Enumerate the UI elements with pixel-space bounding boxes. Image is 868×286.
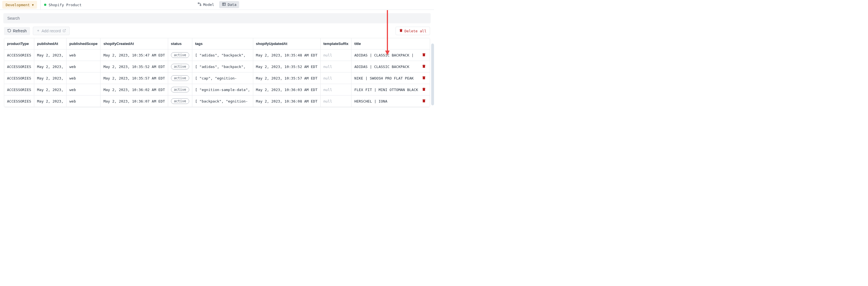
cell-title[interactable]: FLEX FIT | MINI OTTOMAN BLACK: [351, 84, 421, 95]
status-pill: active: [171, 98, 189, 104]
tree-icon: [198, 2, 202, 7]
scrollbar[interactable]: [431, 44, 434, 105]
cell-shopifyCreatedAt[interactable]: May 2, 2023, 10:36:02 AM EDT: [100, 84, 168, 95]
cell-publishedAt[interactable]: May 2, 2023,: [34, 84, 66, 95]
cell-productType[interactable]: ACCESSORIES: [4, 50, 34, 61]
cell-status[interactable]: active: [168, 50, 192, 61]
cell-tags[interactable]: [ "egnition-sample-data",: [192, 84, 253, 95]
svg-rect-20: [423, 88, 425, 91]
table-row[interactable]: ACCESSORIESMay 2, 2023,webMay 2, 2023, 1…: [4, 95, 430, 107]
toolbar: Refresh Add record Delete all: [0, 26, 434, 38]
svg-rect-24: [423, 99, 426, 100]
cell-title[interactable]: ADIDAS | CLASSIC BACKPACK |: [351, 50, 421, 61]
cell-shopifyCreatedAt[interactable]: May 2, 2023, 10:36:07 AM EDT: [100, 95, 168, 107]
cell-shopifyUpdatedAt[interactable]: May 2, 2023, 10:35:52 AM EDT: [253, 61, 320, 73]
table-row[interactable]: ACCESSORIESMay 2, 2023,webMay 2, 2023, 1…: [4, 84, 430, 95]
col-header-shopifyUpdatedAt[interactable]: shopifyUpdatedAt: [253, 38, 320, 50]
cell-status[interactable]: active: [168, 61, 192, 73]
cell-shopifyUpdatedAt[interactable]: May 2, 2023, 10:36:03 AM EDT: [253, 84, 320, 95]
table-row[interactable]: ACCESSORIESMay 2, 2023,webMay 2, 2023, 1…: [4, 50, 430, 61]
col-header-shopifyCreatedAt[interactable]: shopifyCreatedAt: [100, 38, 168, 50]
status-dot-icon: [44, 4, 46, 6]
trash-icon: [399, 29, 403, 33]
table-row[interactable]: ACCESSORIESMay 2, 2023,webMay 2, 2023, 1…: [4, 73, 430, 84]
svg-rect-23: [423, 100, 425, 102]
cell-status[interactable]: active: [168, 95, 192, 107]
cell-publishedScope[interactable]: web: [66, 61, 100, 73]
cell-productType[interactable]: ACCESSORIES: [4, 84, 34, 95]
cell-shopifyCreatedAt[interactable]: May 2, 2023, 10:35:47 AM EDT: [100, 50, 168, 61]
table-scroll-area[interactable]: productType publishedAt publishedScope s…: [4, 38, 430, 107]
cell-publishedScope[interactable]: web: [66, 50, 100, 61]
top-bar: Development ▼ Shopify Product Model Data: [0, 0, 434, 10]
cell-actions: [418, 95, 430, 107]
cell-title[interactable]: HERSCHEL | IONA: [351, 95, 421, 107]
cell-tags[interactable]: [ "adidas", "backpack",: [192, 61, 253, 73]
col-header-productType[interactable]: productType: [4, 38, 34, 50]
table-row[interactable]: ACCESSORIESMay 2, 2023,webMay 2, 2023, 1…: [4, 61, 430, 73]
cell-publishedScope[interactable]: web: [66, 84, 100, 95]
cell-tags[interactable]: [ "backpack", "egnition-: [192, 95, 253, 107]
cell-publishedAt[interactable]: May 2, 2023,: [34, 50, 66, 61]
add-record-button[interactable]: Add record: [33, 27, 69, 35]
cell-publishedScope[interactable]: web: [66, 95, 100, 107]
svg-rect-17: [423, 77, 425, 79]
cell-productType[interactable]: ACCESSORIES: [4, 61, 34, 73]
delete-row-button[interactable]: [422, 88, 426, 92]
svg-rect-2: [223, 3, 226, 5]
delete-all-button[interactable]: Delete all: [396, 27, 430, 35]
delete-all-label: Delete all: [405, 29, 427, 33]
cell-productType[interactable]: ACCESSORIES: [4, 73, 34, 84]
cell-templateSuffix[interactable]: null: [320, 50, 351, 61]
cell-shopifyUpdatedAt[interactable]: May 2, 2023, 10:35:48 AM EDT: [253, 50, 320, 61]
delete-row-button[interactable]: [422, 53, 426, 58]
cell-shopifyCreatedAt[interactable]: May 2, 2023, 10:35:52 AM EDT: [100, 61, 168, 73]
cell-productType[interactable]: ACCESSORIES: [4, 95, 34, 107]
breadcrumb-title: Shopify Product: [49, 3, 82, 7]
cell-templateSuffix[interactable]: null: [320, 73, 351, 84]
cell-tags[interactable]: [ "adidas", "backpack",: [192, 50, 253, 61]
delete-row-button[interactable]: [422, 77, 426, 81]
cell-publishedAt[interactable]: May 2, 2023,: [34, 73, 66, 84]
col-header-actions: [418, 38, 430, 50]
col-header-publishedAt[interactable]: publishedAt: [34, 38, 66, 50]
trash-icon: [422, 99, 426, 103]
cell-shopifyCreatedAt[interactable]: May 2, 2023, 10:35:57 AM EDT: [100, 73, 168, 84]
col-header-title[interactable]: title: [351, 38, 421, 50]
col-header-status[interactable]: status: [168, 38, 192, 50]
cell-templateSuffix[interactable]: null: [320, 61, 351, 73]
cell-title[interactable]: ADIDAS | CLASSIC BACKPACK: [351, 61, 421, 73]
cell-actions: [418, 84, 430, 95]
cell-templateSuffix[interactable]: null: [320, 95, 351, 107]
cell-templateSuffix[interactable]: null: [320, 84, 351, 95]
svg-rect-8: [400, 30, 402, 32]
environment-selector[interactable]: Development ▼: [2, 1, 37, 9]
col-header-templateSuffix[interactable]: templateSuffix: [320, 38, 351, 50]
cell-title[interactable]: NIKE | SWOOSH PRO FLAT PEAK: [351, 73, 421, 84]
view-tabs: Model Data: [195, 1, 239, 8]
cell-shopifyUpdatedAt[interactable]: May 2, 2023, 10:35:57 AM EDT: [253, 73, 320, 84]
delete-row-button[interactable]: [422, 99, 426, 104]
col-header-tags[interactable]: tags: [192, 38, 253, 50]
cell-publishedAt[interactable]: May 2, 2023,: [34, 95, 66, 107]
external-link-icon: [63, 29, 66, 33]
search-input[interactable]: [3, 13, 431, 23]
delete-row-button[interactable]: [422, 65, 426, 69]
search-bar-container: [0, 10, 434, 26]
cell-actions: [418, 61, 430, 73]
cell-publishedAt[interactable]: May 2, 2023,: [34, 61, 66, 73]
svg-rect-9: [400, 29, 402, 30]
cell-status[interactable]: active: [168, 73, 192, 84]
svg-rect-21: [423, 88, 426, 88]
svg-rect-0: [198, 3, 199, 4]
tab-data[interactable]: Data: [219, 1, 239, 8]
cell-shopifyUpdatedAt[interactable]: May 2, 2023, 10:36:08 AM EDT: [253, 95, 320, 107]
tab-model[interactable]: Model: [195, 1, 217, 8]
cell-status[interactable]: active: [168, 84, 192, 95]
refresh-icon: [7, 29, 11, 33]
refresh-button[interactable]: Refresh: [4, 27, 30, 35]
cell-tags[interactable]: [ "cap", "egnition-: [192, 73, 253, 84]
svg-rect-1: [200, 5, 201, 6]
cell-publishedScope[interactable]: web: [66, 73, 100, 84]
col-header-publishedScope[interactable]: publishedScope: [66, 38, 100, 50]
